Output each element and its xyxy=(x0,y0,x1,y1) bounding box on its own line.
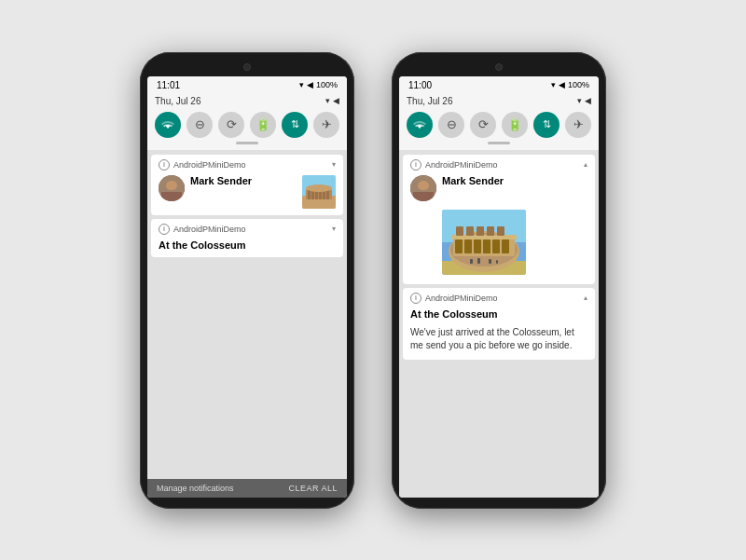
svg-rect-26 xyxy=(477,226,484,236)
notification-card-right-2[interactable]: i AndroidPMiniDemo ▴ At the Colosseum We… xyxy=(403,288,595,360)
app-name-2: AndroidPMiniDemo xyxy=(173,225,328,234)
svg-point-10 xyxy=(306,184,332,192)
notif-chevron-right-2: ▴ xyxy=(584,294,587,302)
notification-card-1[interactable]: i AndroidPMiniDemo ▾ Mark Sender xyxy=(151,155,343,215)
notif-chevron-2: ▾ xyxy=(332,225,336,233)
svg-rect-28 xyxy=(497,226,504,236)
svg-rect-21 xyxy=(492,239,500,253)
date-right: Thu, Jul 26 xyxy=(407,96,452,106)
notif-body-2: At the Colosseum xyxy=(151,238,343,257)
status-icons-left: ▾ ◀ 100% xyxy=(299,80,338,89)
svg-rect-32 xyxy=(496,260,498,264)
svg-rect-31 xyxy=(489,259,491,264)
clear-all-button-left[interactable]: CLEAR ALL xyxy=(288,484,338,493)
notification-card-right-1[interactable]: i AndroidPMiniDemo ▴ Mark Sender xyxy=(403,155,595,284)
svg-rect-27 xyxy=(487,226,494,236)
airplane-icon: ✈ xyxy=(322,117,332,131)
dnd-icon: ⊖ xyxy=(195,117,205,131)
battery-saver-toggle-right[interactable]: 🔋 xyxy=(502,112,528,138)
battery-saver-icon: 🔋 xyxy=(256,117,270,131)
wifi-toggle-right[interactable] xyxy=(407,112,433,138)
svg-rect-17 xyxy=(455,239,463,253)
svg-rect-30 xyxy=(477,258,480,264)
rotate-icon-right: ⟳ xyxy=(478,117,489,131)
app-name-1: AndroidPMiniDemo xyxy=(173,160,328,170)
notif-body-right-1: Mark Sender xyxy=(403,173,595,284)
dnd-toggle-right[interactable]: ⊖ xyxy=(438,112,464,138)
svg-rect-29 xyxy=(470,259,473,264)
quick-icons-right[interactable]: ⊖ ⟳ 🔋 ⇅ ✈ xyxy=(407,112,591,138)
colosseum-image-large xyxy=(442,210,526,275)
battery-icon-right: 100% xyxy=(568,80,589,89)
notif-sender-right-1: Mark Sender xyxy=(442,175,504,186)
battery-saver-toggle-left[interactable]: 🔋 xyxy=(250,112,276,138)
screen-right: 11:00 ▾ ◀ 100% Thu, Jul 26 ▾ ◀ xyxy=(399,76,599,498)
wifi-signal-icon-right: ▾ xyxy=(551,80,556,89)
app-icon-right-1: i xyxy=(410,159,421,171)
notif-body-right-2: At the Colosseum We've just arrived at t… xyxy=(403,307,595,360)
notif-text-2: At the Colosseum xyxy=(159,239,336,251)
svg-rect-9 xyxy=(326,190,329,199)
svg-rect-22 xyxy=(502,239,509,253)
notif-text-1: Mark Sender xyxy=(190,175,297,187)
scroll-indicator-left xyxy=(236,142,258,144)
notif-thumbnail-1 xyxy=(302,175,336,209)
dnd-icon-right: ⊖ xyxy=(447,117,457,131)
phone-left: 11:01 ▾ ◀ 100% Thu, Jul 26 ▾ ◀ xyxy=(140,52,354,509)
app-icon-right-2: i xyxy=(410,293,421,304)
rotate-toggle-left[interactable]: ⟳ xyxy=(218,112,244,138)
app-icon-2: i xyxy=(159,224,170,235)
svg-rect-25 xyxy=(466,226,474,236)
data-icon-right: ⇅ xyxy=(543,118,551,130)
notif-body-1: Mark Sender xyxy=(151,173,343,215)
notification-card-2[interactable]: i AndroidPMiniDemo ▾ At the Colosseum xyxy=(151,219,343,257)
camera-left xyxy=(243,63,251,71)
avatar-1 xyxy=(159,175,185,201)
airplane-icon-right: ✈ xyxy=(573,117,584,131)
phone-right: 11:00 ▾ ◀ 100% Thu, Jul 26 ▾ ◀ xyxy=(392,52,606,509)
notif-chevron-right-1: ▴ xyxy=(584,160,587,169)
wifi-qs-icon-right: ▾ xyxy=(577,96,582,105)
signal-icon-right: ◀ xyxy=(559,80,565,89)
wifi-toggle-left[interactable] xyxy=(155,112,181,138)
signal-icon: ◀ xyxy=(307,80,313,89)
app-name-right-1: AndroidPMiniDemo xyxy=(425,160,580,170)
manage-notifications-left[interactable]: Manage notifications xyxy=(157,484,234,493)
screen-left: 11:01 ▾ ◀ 100% Thu, Jul 26 ▾ ◀ xyxy=(147,76,347,498)
notif-header-1: i AndroidPMiniDemo ▾ xyxy=(151,155,343,173)
quick-settings-right: Thu, Jul 26 ▾ ◀ ⊖ ⟳ 🔋 xyxy=(399,92,599,151)
app-name-right-2: AndroidPMiniDemo xyxy=(425,294,580,303)
signal-qs-icon-right: ◀ xyxy=(585,96,591,105)
data-toggle-right[interactable]: ⇅ xyxy=(533,112,560,138)
battery-saver-icon-right: 🔋 xyxy=(507,117,522,131)
status-bar-right: 11:00 ▾ ◀ 100% xyxy=(399,76,599,92)
status-bar-left: 11:01 ▾ ◀ 100% xyxy=(147,76,347,92)
notif-title-right-2: At the Colosseum xyxy=(410,308,498,320)
wifi-signal-icon: ▾ xyxy=(299,80,304,89)
avatar-right-1 xyxy=(410,175,436,201)
svg-rect-20 xyxy=(483,239,490,253)
airplane-toggle-right[interactable]: ✈ xyxy=(565,112,591,138)
notif-body-text-right-2: We've just arrived at the Colosseum, let… xyxy=(410,326,587,352)
airplane-toggle-left[interactable]: ✈ xyxy=(313,112,339,138)
svg-rect-19 xyxy=(474,239,481,253)
notifications-area-right: i AndroidPMiniDemo ▴ Mark Sender xyxy=(399,151,599,498)
svg-rect-18 xyxy=(464,239,472,253)
rotate-toggle-right[interactable]: ⟳ xyxy=(470,112,496,138)
notif-header-2: i AndroidPMiniDemo ▾ xyxy=(151,219,343,238)
notif-text-right-1: Mark Sender xyxy=(442,175,504,187)
quick-icons-left[interactable]: ⊖ ⟳ 🔋 ⇅ ✈ xyxy=(155,112,339,138)
svg-rect-4 xyxy=(308,190,311,199)
dnd-toggle-left[interactable]: ⊖ xyxy=(186,112,213,138)
data-toggle-left[interactable]: ⇅ xyxy=(282,112,308,138)
notifications-area-left: i AndroidPMiniDemo ▾ Mark Sender xyxy=(147,151,347,479)
date-left: Thu, Jul 26 xyxy=(155,96,200,106)
notif-sender-1: Mark Sender xyxy=(190,175,297,186)
notif-header-right-1: i AndroidPMiniDemo ▴ xyxy=(403,155,595,173)
battery-icon-left: 100% xyxy=(316,80,338,89)
data-icon: ⇅ xyxy=(291,118,299,130)
date-row-right: Thu, Jul 26 ▾ ◀ xyxy=(407,96,591,106)
notif-chevron-1: ▾ xyxy=(332,160,336,169)
scroll-indicator-right xyxy=(488,142,510,144)
notif-header-right-2: i AndroidPMiniDemo ▴ xyxy=(403,288,595,307)
